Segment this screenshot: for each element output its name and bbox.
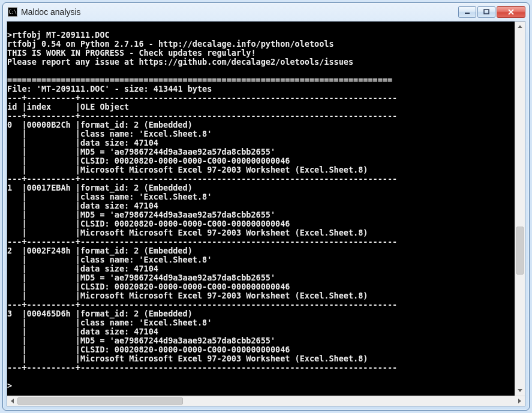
terminal-line: | |data size: 47104	[7, 138, 515, 147]
window-title: Maldoc analysis	[21, 7, 458, 17]
terminal-line: File: 'MT-209111.DOC' - size: 413441 byt…	[7, 85, 515, 94]
horizontal-scroll-track[interactable]	[17, 396, 504, 406]
svg-rect-1	[484, 10, 489, 14]
terminal-line: | |data size: 47104	[7, 264, 515, 273]
terminal-line	[7, 22, 515, 31]
horizontal-scrollbar[interactable]	[7, 396, 525, 406]
terminal-line: | |CLSID: 00020820-0000-0000-C000-000000…	[7, 156, 515, 165]
terminal-line: 0 |00000B2Ch |format_id: 2 (Embedded)	[7, 120, 515, 129]
titlebar[interactable]: C:\ Maldoc analysis	[3, 3, 529, 21]
terminal-line: ========================================…	[7, 76, 515, 85]
terminal-line: | |Microsoft Microsoft Excel 97-2003 Wor…	[7, 165, 515, 174]
terminal-line: | |MD5 = 'ae79867244d9a3aae92a57da8cbb26…	[7, 210, 515, 219]
terminal-line: ---+----------+-------------------------…	[7, 174, 515, 183]
terminal-line: | |CLSID: 00020820-0000-0000-C000-000000…	[7, 219, 515, 228]
terminal-line: >	[7, 381, 515, 390]
terminal-line: ---+----------+-------------------------…	[7, 237, 515, 246]
terminal-line: id |index |OLE Object	[7, 103, 515, 111]
terminal-line: | |MD5 = 'ae79867244d9a3aae92a57da8cbb26…	[7, 273, 515, 282]
app-icon: C:\	[8, 7, 17, 17]
terminal-viewport: >rtfobj MT-209111.DOCrtfobj 0.54 on Pyth…	[7, 22, 525, 396]
terminal-line: | |data size: 47104	[7, 201, 515, 210]
chevron-up-icon	[518, 25, 522, 28]
window-controls	[458, 6, 525, 18]
terminal-line: ---+----------+-------------------------…	[7, 94, 515, 103]
terminal-line: | |MD5 = 'ae79867244d9a3aae92a57da8cbb26…	[7, 336, 515, 345]
terminal-line: ---+----------+-------------------------…	[7, 111, 515, 120]
minimize-button[interactable]	[458, 6, 476, 18]
terminal-line: >rtfobj MT-209111.DOC	[7, 31, 515, 40]
terminal-line: ---+----------+-------------------------…	[7, 363, 515, 372]
vertical-scroll-thumb[interactable]	[516, 227, 524, 275]
terminal-output[interactable]: >rtfobj MT-209111.DOCrtfobj 0.54 on Pyth…	[7, 22, 515, 396]
vertical-scrollbar[interactable]	[515, 22, 525, 396]
terminal-line: THIS IS WORK IN PROGRESS - Check updates…	[7, 49, 515, 58]
terminal-line: 1 |00017EBAh |format_id: 2 (Embedded)	[7, 183, 515, 192]
terminal-line: | |class name: 'Excel.Sheet.8'	[7, 255, 515, 264]
terminal-line: | |Microsoft Microsoft Excel 97-2003 Wor…	[7, 354, 515, 363]
terminal-line: | |CLSID: 00020820-0000-0000-C000-000000…	[7, 345, 515, 354]
window: C:\ Maldoc analysis >rtfobj MT-209111.DO…	[2, 2, 530, 411]
vertical-scroll-track[interactable]	[515, 32, 525, 385]
client-area: >rtfobj MT-209111.DOCrtfobj 0.54 on Pyth…	[7, 21, 525, 406]
terminal-line	[7, 67, 515, 76]
terminal-line: 3 |000465D6h |format_id: 2 (Embedded)	[7, 309, 515, 318]
terminal-line	[7, 372, 515, 381]
horizontal-scroll-thumb[interactable]	[17, 397, 183, 405]
scroll-down-button[interactable]	[515, 385, 525, 396]
chevron-down-icon	[518, 389, 522, 392]
terminal-line: | |Microsoft Microsoft Excel 97-2003 Wor…	[7, 228, 515, 237]
scroll-right-button[interactable]	[515, 396, 525, 406]
terminal-line: | |class name: 'Excel.Sheet.8'	[7, 129, 515, 138]
terminal-line: ---+----------+-------------------------…	[7, 300, 515, 309]
terminal-line: Please report any issue at https://githu…	[7, 58, 515, 67]
scroll-up-button[interactable]	[515, 22, 525, 32]
terminal-line: | |class name: 'Excel.Sheet.8'	[7, 318, 515, 327]
close-button[interactable]	[497, 6, 525, 18]
terminal-line: 2 |0002F248h |format_id: 2 (Embedded)	[7, 246, 515, 255]
chevron-right-icon	[518, 399, 521, 403]
terminal-line: | |class name: 'Excel.Sheet.8'	[7, 192, 515, 201]
terminal-line: | |MD5 = 'ae79867244d9a3aae92a57da8cbb26…	[7, 147, 515, 156]
terminal-line: | |Microsoft Microsoft Excel 97-2003 Wor…	[7, 291, 515, 300]
terminal-line: rtfobj 0.54 on Python 2.7.16 - http://de…	[7, 40, 515, 49]
maximize-button[interactable]	[477, 6, 495, 18]
chevron-left-icon	[11, 399, 14, 403]
terminal-line: | |CLSID: 00020820-0000-0000-C000-000000…	[7, 282, 515, 291]
scroll-left-button[interactable]	[7, 396, 17, 406]
terminal-line: | |data size: 47104	[7, 327, 515, 336]
